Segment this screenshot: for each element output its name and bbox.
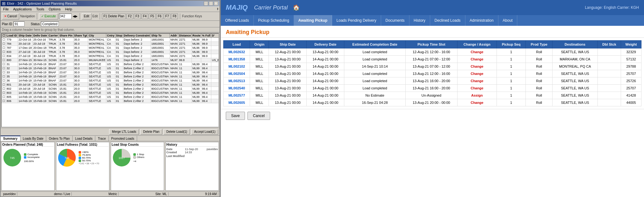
table-row[interactable]: ☐3614-Feb-1915-Feb-19BNAF23.6730.0SEATTL… bbox=[2, 79, 219, 83]
tab-loads-by-date[interactable]: Loads By Date bbox=[20, 136, 47, 141]
cell-load[interactable]: ML002605 bbox=[224, 99, 250, 106]
row-checkbox[interactable]: ☐ bbox=[2, 95, 6, 99]
cell-load-link[interactable]: ML002577 bbox=[228, 93, 245, 97]
cell-load-link[interactable]: ML002605 bbox=[228, 101, 245, 104]
nav-pickup-scheduling[interactable]: Pickup Scheduling bbox=[254, 15, 294, 26]
cell-change-assign-link[interactable]: Change bbox=[471, 65, 483, 68]
cell-load-link[interactable]: ML002102 bbox=[228, 65, 245, 68]
nav-history[interactable]: History bbox=[409, 15, 430, 26]
cell-load[interactable]: ML002632 bbox=[224, 48, 250, 56]
cell-change-assign[interactable]: Change bbox=[458, 56, 497, 63]
f7-key[interactable]: F7 bbox=[164, 14, 171, 19]
cell-load[interactable]: ML002513 bbox=[224, 77, 250, 85]
table-row[interactable]: ☐83327-Jul-1930-Jul-19TRUK3.7835.0MONTRE… bbox=[2, 50, 219, 54]
f6-key[interactable]: F6 bbox=[156, 14, 163, 19]
row-checkbox[interactable]: ☐ bbox=[2, 66, 6, 70]
f4-key[interactable]: F4 bbox=[142, 14, 148, 19]
table-row[interactable]: ☐83427-Jul-1930-Jul-19TRUK3.7835.0MONTRE… bbox=[2, 54, 219, 58]
table-row[interactable]: ☐3114-Feb-1915-Feb-19BNAF23.6730.0SEATTL… bbox=[2, 62, 219, 66]
nav-awaiting-pickup[interactable]: Awaiting Pickup bbox=[294, 15, 332, 26]
cancel-button[interactable]: Cancel bbox=[247, 112, 270, 120]
row-checkbox[interactable]: ☐ bbox=[2, 70, 6, 75]
table-row[interactable]: ☐80027-Nov-1530-Nov-15SCNN15.8120.0MILWA… bbox=[2, 58, 219, 62]
table-row[interactable]: ☐77922-Oct-1625-Oct-16TRUK3.7835.0MONTRE… bbox=[2, 38, 219, 42]
cell-change-assign-link[interactable]: Change bbox=[471, 57, 483, 61]
menu-help[interactable]: Help bbox=[63, 7, 74, 11]
close-btn[interactable]: ✕ bbox=[214, 1, 218, 6]
nav-documents[interactable]: Documents bbox=[381, 15, 409, 26]
cell-load-link[interactable]: ML002513 bbox=[228, 79, 245, 83]
load-grid[interactable]: ☐ Load ID Ship Date Deliv Date Carrier S… bbox=[1, 33, 219, 127]
cell-change-assign[interactable]: Change bbox=[458, 99, 497, 106]
row-checkbox[interactable]: ☐ bbox=[2, 75, 6, 79]
nav-offered-loads[interactable]: Offered Loads bbox=[221, 15, 254, 26]
cell-load[interactable]: ML002102 bbox=[224, 63, 250, 70]
table-row[interactable]: ☐80219-Jul-1820-Jul-18SCNN15.8120.0SEATT… bbox=[2, 87, 219, 91]
nav-about[interactable]: About bbox=[498, 15, 517, 26]
edit-button[interactable]: Edit bbox=[82, 13, 92, 20]
nav-loads-pending[interactable]: Loads Pending Delivery bbox=[332, 15, 381, 26]
table-row[interactable]: ☐80514-Feb-1915-Feb-19SCNN15.8120.0SEATT… bbox=[2, 95, 219, 99]
nav-declined-loads[interactable]: Declined Loads bbox=[430, 15, 465, 26]
cell-load-link[interactable]: ML001358 bbox=[228, 57, 245, 61]
row-checkbox[interactable]: ☐ bbox=[2, 62, 6, 66]
cell-load-link[interactable]: ML002504 bbox=[228, 72, 245, 76]
tab-promoted-loads[interactable]: Promoted Loads bbox=[109, 136, 137, 141]
portal-table-row[interactable]: ML002632MILL12-Aug-21 00:0013-Aug-21 00:… bbox=[224, 48, 641, 56]
nav-administration[interactable]: Administration bbox=[465, 15, 498, 26]
home-icon[interactable]: 🏠 bbox=[293, 4, 300, 11]
row-checkbox[interactable]: ☐ bbox=[2, 42, 6, 46]
delete-plan-button[interactable]: Delete Plan bbox=[140, 129, 162, 135]
tab-load-details[interactable]: Load Details bbox=[73, 136, 96, 141]
cell-change-assign[interactable]: Change bbox=[458, 77, 497, 85]
row-checkbox[interactable]: ☐ bbox=[2, 38, 6, 42]
cell-change-assign-link[interactable]: Change bbox=[471, 50, 483, 54]
f2-key[interactable]: F2 bbox=[126, 14, 133, 19]
cell-change-assign-link[interactable]: Change bbox=[471, 79, 483, 83]
table-row[interactable]: ☐78420-Jul-1923-Jul-19TRUK3.7835.0MONTRE… bbox=[2, 42, 219, 46]
table-row[interactable]: ☐80120-Jul-1823-Jul-18SCNN15.8120.0SEATT… bbox=[2, 83, 219, 87]
portal-table-row[interactable]: ML002504MILL13-Aug-21 00:0014-Aug-21 00:… bbox=[224, 70, 641, 77]
portal-table-row[interactable]: ML001358MILL13-Aug-21 00:0014-Aug-21 00:… bbox=[224, 56, 641, 63]
cell-change-assign[interactable]: Change bbox=[458, 85, 497, 92]
row-checkbox[interactable]: ☐ bbox=[2, 83, 6, 87]
cell-load[interactable]: ML002504 bbox=[224, 70, 250, 77]
table-row[interactable]: ☐80314-Feb-1915-Feb-19SCNN15.8120.0SEATT… bbox=[2, 91, 219, 95]
tab-trace[interactable]: Trace bbox=[95, 136, 108, 141]
portal-table-row[interactable]: ML002513MILL13-Aug-21 00:0014-Aug-21 00:… bbox=[224, 77, 641, 85]
f5-key[interactable]: F5 bbox=[149, 14, 156, 19]
row-checkbox[interactable]: ☐ bbox=[2, 87, 6, 91]
execute-button[interactable]: ✓ Execute bbox=[39, 13, 58, 20]
portal-table-row[interactable]: ML002540MILL13-Aug-21 00:0014-Aug-21 00:… bbox=[224, 85, 641, 92]
table-row[interactable]: ☐3214-Feb-1915-Feb-19BNAF23.6730.0SEATTL… bbox=[2, 66, 219, 70]
cell-change-assign-link[interactable]: Change bbox=[471, 101, 483, 104]
cell-change-assign-link[interactable]: Assign bbox=[471, 93, 483, 97]
delete-load-button[interactable]: Delete Load(1) bbox=[164, 129, 190, 135]
menu-tools[interactable]: Tools bbox=[34, 7, 46, 11]
table-row[interactable]: ☐3314-Feb-1915-Feb-19BNAF23.6730.0SEATTL… bbox=[2, 70, 219, 75]
minimize-btn[interactable]: _ bbox=[204, 1, 208, 6]
menu-applications[interactable]: Applications bbox=[11, 7, 34, 11]
f8-key[interactable]: F8 bbox=[171, 14, 178, 19]
row-checkbox[interactable]: ☐ bbox=[2, 54, 6, 58]
cell-load[interactable]: ML002577 bbox=[224, 92, 250, 99]
row-checkbox[interactable]: ☐ bbox=[2, 58, 6, 62]
cell-change-assign-link[interactable]: Change bbox=[471, 72, 483, 76]
plan-id-input[interactable] bbox=[59, 14, 72, 19]
save-button[interactable]: Save bbox=[226, 112, 245, 120]
table-row[interactable]: ☐80614-Feb-1915-Feb-19SCNN15.8120.0SEATT… bbox=[2, 99, 219, 103]
menu-file[interactable]: File bbox=[1, 7, 11, 11]
portal-table-row[interactable]: ML002577MILL13-Aug-21 00:0014-Aug-21 00:… bbox=[224, 92, 641, 99]
f1-key[interactable]: F1 Delete Plan bbox=[102, 14, 126, 19]
menu-options[interactable]: Options bbox=[47, 7, 63, 11]
cell-change-assign[interactable]: Change bbox=[458, 70, 497, 77]
accept-load-button[interactable]: Accept Load(1) bbox=[191, 129, 218, 135]
maximize-btn[interactable]: □ bbox=[209, 1, 213, 6]
cell-load[interactable]: ML002540 bbox=[224, 85, 250, 92]
portal-table-row[interactable]: ML002605MILL13-Aug-21 00:0014-Aug-21 00:… bbox=[224, 99, 641, 106]
tab-orders-to-plan[interactable]: Orders To Plan bbox=[46, 136, 73, 141]
cell-load-link[interactable]: ML002540 bbox=[228, 86, 245, 90]
row-checkbox[interactable]: ☐ bbox=[2, 91, 6, 95]
cell-change-assign-link[interactable]: Change bbox=[471, 86, 483, 90]
cell-load-link[interactable]: ML002632 bbox=[228, 50, 245, 54]
